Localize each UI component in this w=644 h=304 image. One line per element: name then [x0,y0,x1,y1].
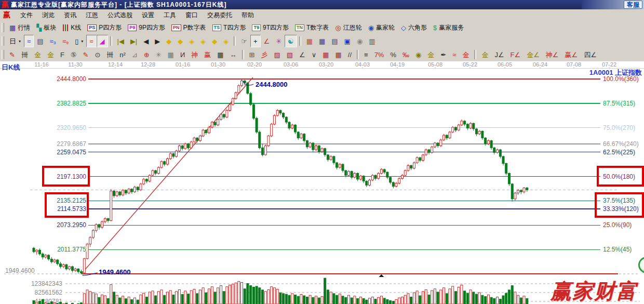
grid-lines-tool[interactable]: 卌 [18,48,31,61]
ruler-tool[interactable]: ≡ [361,48,371,61]
si-angle-tool[interactable]: 四∠ [581,48,600,61]
fib-lines-tool[interactable]: F [57,48,68,61]
red-pencil-tool[interactable]: ✎ [80,48,92,61]
gold-circle-tool[interactable]: ◉ [412,48,424,61]
menu-item-江恩[interactable]: 江恩 [81,10,103,20]
fan-tool[interactable]: 彡 [258,48,271,61]
network-button[interactable]: ◉ [354,35,366,47]
wave-channel-tool[interactable]: ≈ [449,48,459,61]
menu-item-窗口[interactable]: 窗口 [181,10,203,20]
spiral5-tool[interactable]: ⑤ [68,48,80,61]
kline-chart[interactable]: 11-1611-3012-1412-2801-1601-3002-2003-06… [0,61,644,304]
ink-angle-tool[interactable]: ✒ [437,48,449,61]
9t-square-button[interactable]: T99T四方形 [249,21,292,34]
gold-underline-tool[interactable]: 金 [478,48,491,61]
report-button[interactable]: ▤ [328,35,341,47]
gold-lines2-tool[interactable]: 金 [44,48,57,61]
purple-tool-button[interactable]: ✳ [273,35,285,47]
red-wave-button[interactable]: ≈ [86,35,96,47]
gann-right-button[interactable]: ◆ [175,35,186,47]
info-panel-button[interactable]: ▤ [34,35,46,47]
prev-button[interactable]: ◀ [140,35,152,47]
menu-item-帮助[interactable]: 帮助 [237,10,259,20]
wave-tick-tool[interactable]: И [177,48,188,61]
hexagon-button[interactable]: ◇六角形 [398,21,430,34]
export-button[interactable]: ▥ [366,35,378,47]
p-digit-table-button[interactable]: PNP数字表 [168,21,209,34]
menu-item-浏览[interactable]: 浏览 [37,10,59,20]
f-angle-tool[interactable]: F∠ [507,48,524,61]
customer-service-button[interactable]: 客服 [624,1,642,9]
mirror-angle-tool[interactable]: ⊿ [129,48,141,61]
t-square-button[interactable]: TST四方形 [209,21,249,34]
calendar-button[interactable]: ▦ [303,35,316,47]
p-square-button[interactable]: PSP四方形 [84,21,125,34]
shen-angle-tool[interactable]: 神∠ [543,48,562,61]
candle-style-button[interactable]: ▯▾ [72,35,86,47]
toolbar-grip[interactable] [2,50,4,59]
t-digit-table-button[interactable]: TNT数字表 [292,21,332,34]
red-grid-tool[interactable]: ▦ [319,48,332,61]
wave9-button[interactable]: ≈₉ [59,35,72,47]
fan-box-tool[interactable]: ▨ [271,48,283,61]
starburst-tool[interactable]: ✳ [153,48,165,61]
n2-tool[interactable]: n² [116,48,129,61]
menu-item-资讯[interactable]: 资讯 [59,10,81,20]
parallel-lines-tool[interactable]: // [345,48,355,61]
last-page-button[interactable]: ▶| [127,35,140,47]
next-button[interactable]: ▶ [152,35,163,47]
angle-measure-button[interactable]: ∠ [261,35,273,47]
gold-red-tool[interactable]: 金 [459,48,472,61]
toolbar-grip[interactable] [2,36,4,46]
sectors-button[interactable]: ▚板块 [33,21,59,34]
first-page-button[interactable]: |◀ [114,35,127,47]
gann-left-button[interactable]: ◆ [163,35,175,47]
gold-line-tool[interactable]: 金 [424,48,437,61]
grid-123-tool[interactable]: ▦ [214,48,226,61]
box-fan-tool[interactable]: ▧ [284,48,296,61]
net-grid-tool[interactable]: ▦ [165,48,177,61]
taiji-button[interactable]: ☯ [285,35,297,47]
menu-item-公式选股[interactable]: 公式选股 [103,10,137,20]
gann-center-button[interactable]: ◆ [209,35,220,47]
flag-chart-button[interactable]: ◢ [97,35,108,47]
kline-chart-panel[interactable]: 日K线 1A0001 上证指数 11-1611-3012-1412-2801-1… [0,61,644,304]
circle-cross-tool[interactable]: ⊕ [141,48,153,61]
pencil-tool[interactable]: ✎ [6,48,18,61]
period-daily-button[interactable]: 日▾ [6,35,24,47]
line-comb-tool[interactable]: 卌 [103,48,116,61]
v-wave-tool[interactable]: ∨ [308,48,320,61]
9p-square-button[interactable]: P99P四方形 [125,21,168,34]
winner-service-button[interactable]: $赢家服务 [430,21,467,34]
menu-item-设置[interactable]: 设置 [137,10,159,20]
matrix-button[interactable]: ▦ [316,35,328,47]
winner-wheel-button[interactable]: ◉赢家轮 [365,21,398,34]
gann-shrink-button[interactable]: ◈ [197,35,209,47]
shen-lines-tool[interactable]: 神 [188,48,201,61]
gann-fit-button[interactable]: ◈ [220,35,232,47]
percent-tool[interactable]: % [387,48,399,61]
span-arrows-tool[interactable]: ↔ [227,48,240,61]
zoom-wave-button[interactable]: ≈ [24,35,34,47]
menu-item-交易委托[interactable]: 交易委托 [203,10,237,20]
ying-lines-tool[interactable]: 赢 [201,48,214,61]
gann-wheel-button[interactable]: ◎江恩轮 [332,21,365,34]
gann-expand-button[interactable]: ◈ [186,35,197,47]
menu-item-文件[interactable]: 文件 [16,10,37,20]
menu-item-工具[interactable]: 工具 [159,10,181,20]
kline-button[interactable]: K线 [59,21,84,34]
gann-circle-tool[interactable]: ⊙ [91,48,103,61]
toolbar-grip[interactable] [2,23,4,32]
j-angle-tool[interactable]: J∠ [491,48,507,61]
wave3-button[interactable]: ≈₃ [46,35,59,47]
crosshair-button[interactable]: + [250,35,261,47]
save-button[interactable]: ▣ [341,35,354,47]
percent-zone-tool[interactable]: 7% [371,48,387,61]
hand-drag-button[interactable]: ☞ [238,35,250,47]
box-grid-tool[interactable]: ⊞ [246,48,258,61]
gold-angle-tool[interactable]: 金∠ [524,48,543,61]
ray-lines-tool[interactable]: ∠ [296,48,308,61]
quotes-button[interactable]: ▦行情 [6,21,33,34]
gold-lines-tool[interactable]: 金 [31,48,44,61]
percent-red-tool[interactable]: ‰ [399,48,412,61]
